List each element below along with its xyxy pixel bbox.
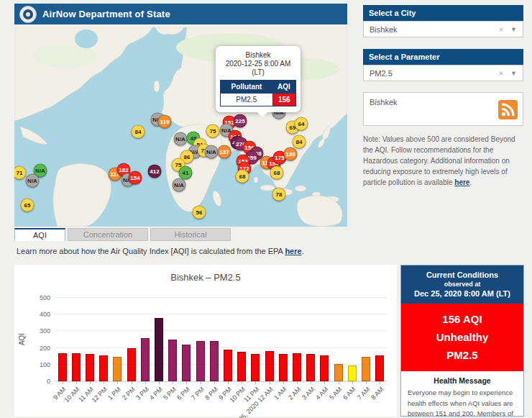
chart-bar[interactable] [224, 350, 232, 381]
conditions-aqi-block: 156 AQI Unhealthy PM2.5 [401, 304, 523, 371]
aqi-bar-chart: Bishkek – PM2.5 AQI 0100200300400500 9 A… [14, 265, 397, 417]
chart-bar[interactable] [113, 357, 121, 381]
x-tick-label: 8 PM [203, 386, 219, 401]
chart-bar[interactable] [334, 364, 343, 381]
chart-bar-slot: 11 PM [249, 298, 262, 381]
chart-bar[interactable] [320, 355, 329, 381]
chart-bar[interactable] [279, 354, 288, 381]
chart-bar[interactable] [348, 365, 357, 381]
state-department-seal-icon [19, 6, 37, 23]
x-tick-label: 7 AM [356, 386, 372, 401]
tab-aqi[interactable]: AQI [14, 228, 65, 241]
chart-bar-slot: 4 AM [318, 298, 331, 381]
clear-city-icon[interactable]: × [499, 25, 503, 34]
aqi-map-marker[interactable]: 154 [129, 171, 142, 185]
chart-bar-slot: 2 AM [290, 298, 303, 381]
y-axis-label: AQI [18, 333, 26, 345]
chart-bar-slot: 10 PM [235, 298, 249, 381]
aqi-map-marker[interactable]: 84 [293, 135, 306, 149]
aqi-map-marker[interactable]: 65 [21, 199, 35, 212]
learn-more-link[interactable]: here [285, 247, 301, 255]
x-tick-label: 5 PM [162, 386, 178, 401]
aqi-world-map[interactable]: 71N/AN/A65117182N/A84N/A11975N/A4851N/A7… [14, 27, 347, 227]
x-tick-label: 4 PM [148, 386, 164, 401]
tab-concentration[interactable]: Concentration [68, 228, 148, 241]
x-tick-label: 6 AM [341, 386, 357, 401]
x-tick-label: 2 AM [287, 386, 303, 401]
chevron-down-icon[interactable]: ▼ [510, 26, 517, 33]
chart-bar[interactable] [72, 353, 81, 381]
chart-bar-slot: 5 AM [331, 298, 345, 381]
chart-bar[interactable] [265, 351, 274, 381]
chart-bar[interactable] [306, 354, 315, 381]
city-select-value: Bishkek [370, 25, 398, 34]
x-tick-label: 5 AM [328, 386, 344, 401]
conditions-datetime: Dec 25, 2020 8:00 AM (LT) [404, 288, 520, 299]
chart-bar[interactable] [237, 352, 246, 381]
chart-bar-slot: 5 PM [166, 298, 180, 381]
x-tick-label: 1 PM [107, 386, 123, 401]
chart-bar[interactable] [375, 355, 384, 381]
y-tick-label: 300 [40, 327, 50, 335]
aqi-map-marker[interactable]: 225 [234, 114, 247, 128]
aqi-map-marker[interactable]: 412 [148, 165, 162, 178]
chart-bar[interactable] [99, 355, 108, 381]
rss-icon[interactable] [498, 100, 518, 121]
chart-bar[interactable] [362, 357, 370, 381]
chart-bar[interactable] [196, 341, 205, 381]
aqi-map-marker[interactable]: N/A [174, 132, 188, 146]
conditions-aqi-category: Unhealthy [401, 328, 523, 346]
chart-bar-slot: Dec 25, 2020 12 AM [262, 298, 276, 381]
chart-bar[interactable] [86, 354, 94, 381]
aqi-map-marker[interactable]: 56 [193, 206, 206, 219]
city-select[interactable]: Bishkek × ▼ [363, 21, 523, 37]
chart-bar-slot: 4 PM [152, 298, 165, 381]
chart-bar[interactable] [127, 348, 136, 381]
aqi-map-marker[interactable]: 119 [158, 115, 172, 129]
x-tick-label: 8 AM [370, 386, 385, 401]
aqi-map-marker[interactable]: 64 [295, 117, 308, 131]
chart-bar-slot: 3 AM [304, 298, 318, 381]
y-tick-label: 400 [40, 311, 50, 318]
aqi-map-marker[interactable]: 137 [218, 145, 231, 159]
y-tick-label: 200 [40, 345, 50, 352]
map-popup: Bishkek 2020-12-25 8:00 AM (LT) Pollutan… [216, 46, 301, 112]
aqi-map-marker[interactable]: N/A [205, 145, 219, 159]
chart-bar-slot: 1 AM [276, 298, 290, 381]
conditions-header: Current Conditions observed at Dec 25, 2… [401, 265, 523, 304]
parameter-select[interactable]: PM2.5 × ▼ [363, 65, 523, 81]
app-title: AirNow Department of State [42, 9, 170, 19]
aqi-map-marker[interactable]: 75 [206, 124, 220, 138]
chart-bar[interactable] [182, 345, 191, 381]
popup-pollutant-header: Pollutant [221, 81, 273, 94]
chart-bar[interactable] [141, 338, 150, 381]
x-tick-label: 6 PM [176, 386, 192, 401]
aqi-map-marker[interactable]: N/A [26, 174, 40, 188]
chart-bar-slot: 12 PM [97, 298, 111, 381]
note-link[interactable]: here [454, 178, 469, 186]
conditions-aqi-pollutant: PM2.5 [401, 346, 523, 364]
aqi-map-marker[interactable]: 78 [272, 188, 286, 201]
aqi-map-marker[interactable]: 68 [270, 166, 284, 180]
aqi-map-marker[interactable]: N/A [173, 178, 186, 192]
aqi-map-marker[interactable]: 68 [236, 170, 249, 183]
chevron-down-icon[interactable]: ▼ [510, 70, 517, 77]
aqi-map-marker[interactable]: 139 [284, 147, 298, 161]
chart-bar[interactable] [155, 318, 163, 381]
tab-historical[interactable]: Historical [150, 228, 231, 241]
chart-bar[interactable] [293, 353, 301, 381]
chart-bar-slot: 6 AM [345, 298, 359, 381]
popup-aqi-header: AQI [272, 81, 295, 94]
learn-more-text: Learn more about how the Air Quality Ind… [17, 247, 304, 255]
aqi-map-marker[interactable]: 41 [179, 166, 193, 180]
chart-bar[interactable] [210, 341, 219, 381]
aqi-map-marker[interactable]: 84 [132, 125, 145, 139]
popup-city: Bishkek [220, 51, 296, 60]
chart-bar[interactable] [168, 340, 177, 381]
chart-bar-slot: 8 AM [373, 298, 387, 381]
x-tick-label: 4 AM [314, 386, 330, 401]
chart-bar[interactable] [251, 354, 260, 381]
popup-table: Pollutant AQI PM2.5 156 [220, 80, 296, 106]
chart-bar[interactable] [58, 353, 67, 381]
clear-parameter-icon[interactable]: × [499, 69, 503, 78]
